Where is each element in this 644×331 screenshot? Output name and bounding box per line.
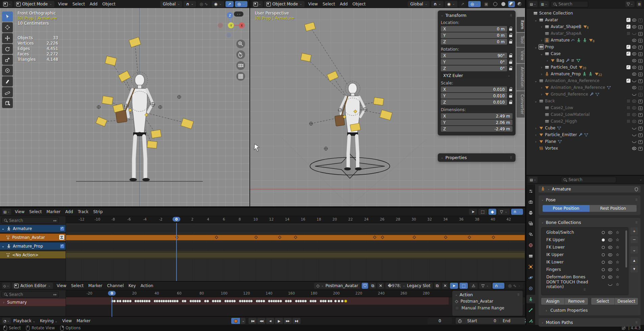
nla-track-1[interactable]: Postman_Avatar [0, 234, 66, 241]
properties-tab-output[interactable] [526, 209, 535, 217]
remove-collection-button[interactable]: − [630, 236, 638, 243]
transform-field-X[interactable]: X0 m [441, 26, 512, 32]
menu-select[interactable]: Select [70, 2, 87, 6]
bone-collection-fk-upper[interactable]: FK Upper ☆ [542, 236, 628, 244]
menu-select[interactable]: Select [320, 2, 337, 6]
options-dropdown[interactable]: ⌄ [639, 178, 642, 181]
favorite-star-icon[interactable]: ☆ [616, 245, 619, 250]
properties-tab-physics[interactable] [526, 273, 535, 282]
proportional-edit-toggle[interactable]: ◎ ∿ [197, 1, 210, 7]
tweak-tool-icon[interactable]: ➤ [450, 283, 458, 289]
gizmo-toggle[interactable]: ↗ [225, 1, 234, 7]
visibility-filter-dropdown[interactable]: ◉⌄ [445, 1, 457, 7]
expand-icon[interactable]: › [534, 140, 538, 144]
disable-render-toggle[interactable] [638, 119, 643, 124]
menu-strip[interactable]: Strip [91, 209, 105, 214]
rest-position-button[interactable]: Rest Position [590, 205, 637, 212]
jump-to-start-button[interactable]: ▮◀ [248, 318, 257, 324]
bone-collection-fk-lower[interactable]: FK Lower ☆ [542, 244, 628, 251]
exclude-checkbox[interactable] [626, 25, 630, 29]
nla-keyframe[interactable] [444, 236, 448, 239]
disable-render-toggle[interactable] [638, 112, 643, 117]
properties-search[interactable]: Search [561, 177, 616, 183]
properties-tab-object[interactable] [526, 262, 535, 271]
current-frame-field[interactable]: 0 [428, 318, 452, 324]
outliner-row-case[interactable]: ⌄ Case [526, 50, 644, 57]
filter-dropdown[interactable]: ▽⌄ [479, 283, 491, 289]
hide-viewport-toggle[interactable] [632, 51, 637, 56]
custom-properties-panel[interactable]: ›Custom Properties [541, 308, 638, 313]
stash-action-button[interactable] [59, 235, 64, 240]
expand-icon[interactable]: › [540, 93, 543, 96]
mode-dropdown[interactable]: Object Mode⌄ [264, 1, 305, 7]
viewport-right[interactable]: ⌄ Object Mode⌄ ViewSelectAddObject Globa… [250, 0, 525, 206]
summary-keyframe[interactable] [330, 300, 333, 303]
expand-icon[interactable]: › [540, 72, 543, 76]
visibility-toggle[interactable] [608, 252, 613, 257]
outliner-row-particles-out[interactable]: › Particles_Out 20 [526, 64, 644, 71]
auto-key-dropdown[interactable]: ⌄ [241, 318, 245, 324]
summary-keyframe[interactable] [129, 300, 132, 303]
exclude-checkbox[interactable] [626, 31, 630, 35]
visibility-filter-dropdown[interactable]: ◉⌄ [212, 1, 224, 7]
outliner-row-plane[interactable]: › Plane [526, 138, 644, 145]
summary-keyframe-selected[interactable] [344, 300, 347, 303]
visibility-toggle[interactable] [608, 230, 613, 235]
solo-toggle[interactable] [602, 268, 605, 271]
lock-icon[interactable] [509, 100, 512, 104]
menu-add[interactable]: Add [63, 209, 75, 214]
summary-keyframe[interactable] [304, 300, 307, 303]
outliner-row-vortex[interactable]: Vortex [526, 145, 644, 152]
favorite-star-icon[interactable]: ☆ [616, 282, 619, 287]
hide-viewport-toggle[interactable] [632, 31, 637, 36]
hide-viewport-toggle[interactable] [632, 99, 637, 103]
expand-icon[interactable]: › [546, 59, 549, 62]
editor-type-icon[interactable]: ▤⌄ [2, 209, 11, 215]
move-up-button[interactable]: ▲ [630, 257, 638, 264]
lock-icon[interactable] [509, 33, 512, 37]
use-preview-range-button[interactable] [456, 319, 464, 323]
hide-viewport-toggle[interactable] [632, 132, 637, 137]
viewport-right-canvas[interactable]: User Perspective (0) Prop | Armature ⌄Tr… [250, 8, 525, 206]
motion-paths-panel[interactable]: ⌄Motion Paths⠿ [539, 318, 641, 327]
menu-add[interactable]: Add [337, 2, 350, 6]
favorite-star-icon[interactable]: ☆ [616, 275, 619, 279]
fake-user-shield-icon[interactable]: ⛉ [362, 283, 368, 289]
nla-track-3[interactable]: <No Action> [0, 251, 66, 258]
exclude-checkbox[interactable] [626, 65, 630, 69]
menu-select[interactable]: Select [69, 283, 86, 288]
hide-viewport-toggle[interactable] [632, 119, 637, 124]
action-datablock[interactable]: ◇⌄Postman_Avatar [314, 283, 361, 289]
filter-dropdown[interactable]: ▽⌄ [625, 1, 635, 7]
summary-keyframe[interactable] [176, 300, 179, 303]
sidebar-tab-view[interactable]: View [517, 48, 525, 63]
properties-editor[interactable]: ▤⌄ Search ⌄ ⌄ Armature ⌄Pose⠿ Pose Posit… [526, 175, 644, 325]
hide-viewport-toggle[interactable] [632, 92, 637, 97]
pose-position-button[interactable]: Pose Position [543, 205, 590, 212]
box-select-icon[interactable]: ⬚ [478, 209, 487, 215]
tool-cursor[interactable] [2, 22, 13, 32]
transform-field-X[interactable]: X0.010 [441, 86, 512, 92]
exclude-checkbox[interactable] [626, 18, 630, 22]
slot-unlink-icon[interactable]: ✕ [442, 283, 449, 289]
tool-transform[interactable] [2, 66, 13, 76]
solo-toggle[interactable] [602, 253, 605, 256]
exclude-checkbox[interactable] [626, 106, 630, 110]
summary-keyframe[interactable] [206, 300, 209, 303]
transform-field-Y[interactable]: Y0° [441, 59, 512, 65]
properties-tab-scene[interactable] [526, 230, 535, 239]
expand-icon[interactable]: › [534, 126, 538, 130]
hide-viewport-toggle[interactable] [632, 18, 637, 22]
sidebar-tab-animation[interactable]: Animation [517, 64, 525, 91]
nla-editor[interactable]: ▤⌄ ViewSelectMarkerAddTrackStrip ➤ ⬚ ◆ ▽… [0, 207, 525, 280]
menu-marker[interactable]: Marker [44, 209, 63, 214]
transform-field-X[interactable]: X90° [441, 53, 512, 58]
unlink-action-icon[interactable]: ✕ [377, 283, 384, 289]
outliner-row-particle-emitter[interactable]: › Particle_Emitter [526, 131, 644, 138]
tool-tweak[interactable] [2, 11, 13, 22]
properties-tab-tool[interactable] [526, 187, 535, 196]
xray-toggle[interactable]: ▣ [482, 1, 491, 7]
exclude-checkbox[interactable] [626, 79, 630, 83]
expand-icon[interactable]: › [540, 66, 543, 69]
visibility-toggle[interactable] [608, 237, 613, 242]
